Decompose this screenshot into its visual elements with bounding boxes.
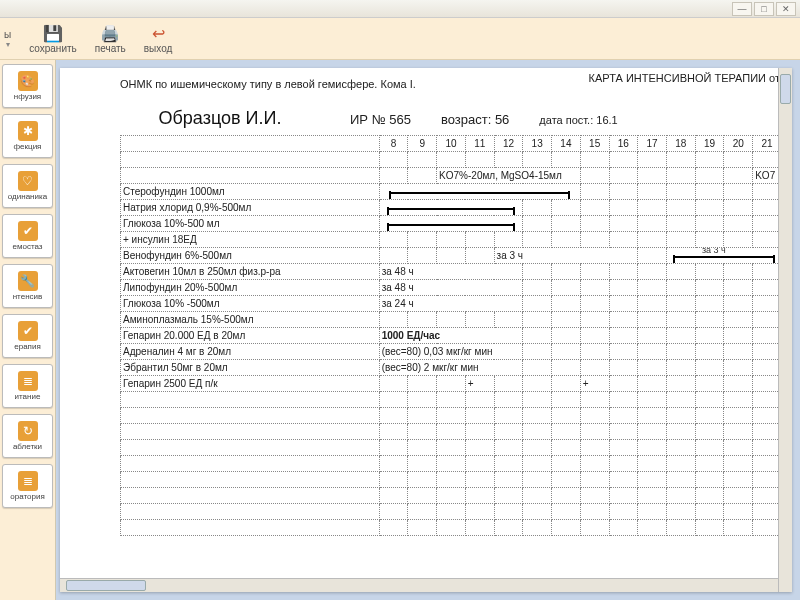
save-button[interactable]: 💾 сохранить — [29, 23, 77, 54]
sidebar-item-label: нтенсив — [13, 292, 43, 301]
sidebar-item-dynamics[interactable]: ♡одинаника — [2, 164, 53, 208]
hour-header: 15 — [580, 136, 609, 152]
menu-label: ы — [4, 29, 11, 40]
medication-row: Адреналин 4 мг в 20мл(вес=80) 0,03 мкг/к… — [121, 344, 782, 360]
exit-button[interactable]: ↩ выход — [144, 23, 173, 54]
medication-row: Аминоплазмаль 15%-500мл — [121, 312, 782, 328]
annotation: (вес=80) 2 мкг/кг мин — [379, 360, 523, 376]
sidebar-item-intensive[interactable]: 🔧нтенсив — [2, 264, 53, 308]
annotation: за 24 ч — [379, 296, 523, 312]
infusion-icon: 🎨 — [18, 71, 38, 91]
hour-header: 20 — [724, 136, 753, 152]
vertical-scrollbar[interactable] — [778, 68, 792, 592]
medication-row: Глюкоза 10% -500млза 24 ч — [121, 296, 782, 312]
medication-name: Гепарин 2500 ЕД п/к — [121, 376, 380, 392]
hour-header: 14 — [552, 136, 581, 152]
intensive-icon: 🔧 — [18, 271, 38, 291]
therapy-grid: 89101112131415161718192021KO7%-20мл, MgS… — [120, 135, 782, 536]
window-titlebar: — □ ✕ — [0, 0, 800, 18]
print-label: печать — [95, 43, 126, 54]
hour-header: 13 — [523, 136, 552, 152]
nutrition-icon: ≣ — [18, 371, 38, 391]
hour-header: 8 — [379, 136, 408, 152]
therapy-icon: ✔ — [18, 321, 38, 341]
annotation: KO7%-20мл, MgSO4-15мл — [437, 168, 581, 184]
medication-name: Липофундин 20%-500мл — [121, 280, 380, 296]
sidebar-item-label: нфузия — [14, 92, 41, 101]
medication-name: Стерофундин 1000мл — [121, 184, 380, 200]
patient-name: Образцов И.И. — [120, 108, 320, 129]
medication-row: Гепарин 2500 ЕД п/к++ — [121, 376, 782, 392]
medication-name: Гепарин 20.000 ЕД в 20мл — [121, 328, 380, 344]
hour-header: 9 — [408, 136, 437, 152]
sidebar-item-infusion[interactable]: 🎨нфузия — [2, 64, 53, 108]
hour-header: 17 — [638, 136, 667, 152]
medication-row: Глюкоза 10%-500 мл — [121, 216, 782, 232]
hour-header: 19 — [695, 136, 724, 152]
menu-dropdown[interactable]: ы ▾ — [4, 29, 11, 49]
scroll-thumb[interactable] — [780, 74, 791, 104]
sidebar-item-infection[interactable]: ✱фекция — [2, 114, 53, 158]
sidebar-item-label: одинаника — [8, 192, 47, 201]
sidebar-item-label: оратория — [10, 492, 44, 501]
annotation: (вес=80) 0,03 мкг/кг мин — [379, 344, 523, 360]
sidebar-item-nutrition[interactable]: ≣итание — [2, 364, 53, 408]
maximize-button[interactable]: □ — [754, 2, 774, 16]
medication-row: Гепарин 20.000 ЕД в 20мл1000 ЕД/час — [121, 328, 782, 344]
medication-row: Актовегин 10мл в 250мл физ.р-раза 48 ч — [121, 264, 782, 280]
save-icon: 💾 — [41, 23, 65, 43]
annotation: за 3 ч — [494, 248, 638, 264]
chevron-down-icon: ▾ — [6, 40, 10, 49]
medication-row: + инсулин 18ЕД — [121, 232, 782, 248]
hour-header: 10 — [437, 136, 466, 152]
medication-name: Глюкоза 10% -500мл — [121, 296, 380, 312]
main-toolbar: ы ▾ 💾 сохранить 🖨️ печать ↩ выход — [0, 18, 800, 60]
medication-name: Актовегин 10мл в 250мл физ.р-ра — [121, 264, 380, 280]
sidebar-item-label: ерапия — [14, 342, 40, 351]
sidebar-item-hemostasis[interactable]: ✔емостаз — [2, 214, 53, 258]
medication-row: Венофундин 6%-500млза 3 чза 3 ч — [121, 248, 782, 264]
medication-name: Адреналин 4 мг в 20мл — [121, 344, 380, 360]
hour-header: 11 — [465, 136, 494, 152]
medication-row: Натрия хлорид 0,9%-500мл — [121, 200, 782, 216]
medication-name: + инсулин 18ЕД — [121, 232, 380, 248]
hour-header: 18 — [666, 136, 695, 152]
tablets-icon: ↻ — [18, 421, 38, 441]
printer-icon: 🖨️ — [98, 23, 122, 43]
hour-header: 12 — [494, 136, 523, 152]
dose-marker: + — [465, 376, 494, 392]
medication-name: Глюкоза 10%-500 мл — [121, 216, 380, 232]
admission-date: дата пост.: 16.1 — [539, 114, 617, 126]
medication-name: Аминоплазмаль 15%-500мл — [121, 312, 380, 328]
sidebar-item-tablets[interactable]: ↻аблетки — [2, 414, 53, 458]
sidebar-item-label: фекция — [14, 142, 42, 151]
document-viewport: КАРТА ИНТЕНСИВНОЙ ТЕРАПИИ от ОНМК по ише… — [56, 60, 800, 600]
document-title: КАРТА ИНТЕНСИВНОЙ ТЕРАПИИ от — [589, 72, 780, 84]
sidebar-item-label: аблетки — [13, 442, 42, 451]
patient-age: возраст: 56 — [441, 112, 509, 127]
therapy-chart-document: КАРТА ИНТЕНСИВНОЙ ТЕРАПИИ от ОНМК по ише… — [60, 68, 792, 592]
annotation: за 48 ч — [379, 280, 523, 296]
horizontal-scrollbar[interactable] — [60, 578, 778, 592]
sidebar-item-therapy[interactable]: ✔ерапия — [2, 314, 53, 358]
infection-icon: ✱ — [18, 121, 38, 141]
hemostasis-icon: ✔ — [18, 221, 38, 241]
hour-header: 16 — [609, 136, 638, 152]
medication-row: Стерофундин 1000мл — [121, 184, 782, 200]
minimize-button[interactable]: — — [732, 2, 752, 16]
dynamics-icon: ♡ — [18, 171, 38, 191]
lab-icon: ≣ — [18, 471, 38, 491]
print-button[interactable]: 🖨️ печать — [95, 23, 126, 54]
dose-marker: + — [580, 376, 609, 392]
save-label: сохранить — [29, 43, 77, 54]
close-button[interactable]: ✕ — [776, 2, 796, 16]
medication-name: Эбрантил 50мг в 20мл — [121, 360, 380, 376]
sidebar-item-lab[interactable]: ≣оратория — [2, 464, 53, 508]
exit-icon: ↩ — [146, 23, 170, 43]
exit-label: выход — [144, 43, 173, 54]
annotation: 1000 ЕД/час — [379, 328, 523, 344]
patient-header: Образцов И.И. ИР № 565 возраст: 56 дата … — [120, 108, 782, 129]
sidebar-item-label: емостаз — [13, 242, 43, 251]
sidebar-item-label: итание — [15, 392, 41, 401]
scroll-thumb[interactable] — [66, 580, 146, 591]
